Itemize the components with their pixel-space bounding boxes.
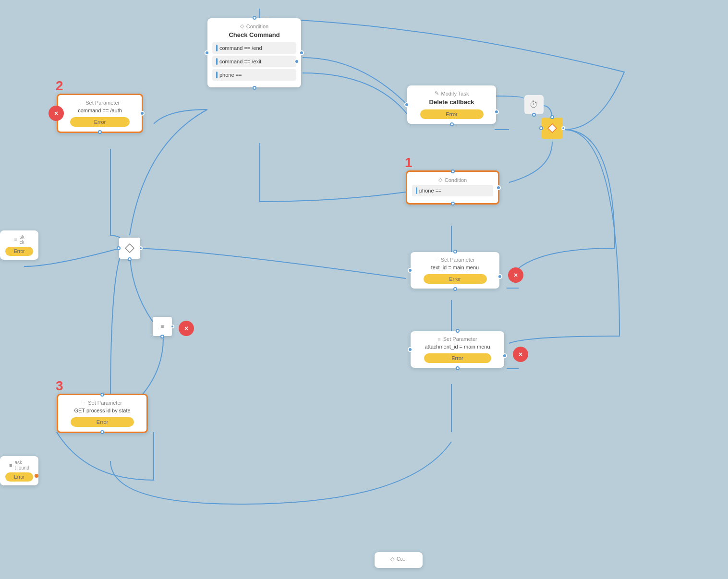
ss-bottom-dot [160, 335, 164, 338]
get-error-badge: Error [71, 417, 133, 427]
get-top-conn [100, 393, 104, 397]
delete-callback-node: ✎ Modify Task Delete callback Error [407, 85, 496, 124]
od-top-dot [550, 115, 554, 119]
check-command-bottom-connector [253, 86, 256, 90]
check-command-header: ◇ Condition [212, 23, 296, 29]
partial-bottom-icon: ≡ [9, 462, 12, 468]
partial-node-bottom-left: ≡ askt found Error [0, 456, 38, 485]
set-param-main-node: ≡ Set Parameter text_id = main menu Erro… [411, 252, 499, 289]
phone-condition-row: phone == [412, 185, 493, 196]
small-set-icon: ≡ [160, 323, 164, 330]
partial-node-left: ≡ skck Error [0, 230, 38, 260]
delete-left-connector [404, 102, 409, 107]
main-bottom-conn [453, 287, 457, 291]
attach-icon: ≡ [437, 336, 440, 342]
condition-icon-check: ◇ [240, 23, 244, 29]
auth-bottom-connector [98, 130, 102, 134]
ss-right-dot [170, 325, 174, 328]
get-bottom-conn [100, 430, 104, 434]
delete-title: Delete callback [412, 98, 491, 106]
auth-param: command == /auth [63, 108, 137, 113]
attach-top-conn [456, 329, 460, 333]
attach-close-button[interactable]: × [513, 347, 528, 362]
check-command-title: Check Command [212, 31, 296, 38]
auth-right-connector [140, 111, 145, 116]
auth-close-button[interactable]: × [49, 106, 64, 121]
set-param-get-node: 3 ≡ Set Parameter GET process id by stat… [57, 394, 148, 433]
diamond-mid-icon [124, 243, 135, 253]
dm-bottom-dot [128, 257, 132, 261]
check-command-top-connector [253, 16, 256, 20]
small-set-mid-node: ≡ [153, 317, 172, 336]
modify-icon: ✎ [435, 90, 439, 96]
svg-marker-5 [125, 244, 134, 253]
phone-top-connector [451, 169, 455, 173]
check-command-cond2: command == /exit [212, 56, 296, 67]
attach-right-conn [502, 353, 507, 358]
main-left-conn [408, 268, 413, 273]
node-3-label: 3 [56, 378, 63, 394]
delete-error-badge: Error [420, 109, 484, 119]
attach-bottom-conn [456, 366, 460, 370]
dm-left-dot [117, 246, 121, 250]
phone-bottom-connector [451, 202, 455, 205]
partial-br-icon: ◇ [390, 556, 394, 562]
partial-dot [35, 474, 38, 478]
attach-error-badge: Error [424, 353, 491, 363]
main-param: text_id = main menu [415, 265, 495, 270]
check-command-node: ◇ Condition Check Command command == /en… [207, 18, 301, 87]
delete-header: ✎ Modify Task [412, 90, 491, 96]
orange-diamond-icon [547, 123, 558, 133]
main-close-button[interactable]: × [508, 267, 523, 283]
clock-bottom [532, 113, 536, 117]
main-error-badge: Error [424, 274, 487, 284]
delete-bottom-connector [450, 122, 454, 126]
partial-error-badge: Error [5, 247, 33, 256]
attach-header: ≡ Set Parameter [415, 336, 499, 342]
main-right-conn [497, 274, 502, 279]
od-right-dot [561, 126, 565, 130]
delete-right-connector [494, 109, 499, 114]
orange-diamond-node [542, 118, 563, 139]
small-set-close-button[interactable]: × [179, 321, 194, 336]
set-param-auth-node: 2 ≡ Set Parameter command == /auth Error… [57, 94, 143, 133]
auth-error-badge: Error [70, 117, 129, 127]
diamond-mid-node [119, 238, 140, 259]
auth-icon: ≡ [80, 100, 83, 106]
node-1-label: 1 [405, 155, 413, 170]
partial-bottom-right: ◇ Co... [375, 552, 423, 568]
partial-icon: ≡ [14, 237, 17, 242]
partial-header-text: skck [20, 234, 24, 245]
condition-phone-node: 1 ◇ Condition phone == [406, 170, 499, 205]
connections-layer [0, 0, 728, 579]
phone-condition-header: ◇ Condition [412, 177, 493, 183]
attach-param: attachment_id = main menu [415, 344, 499, 350]
phone-right-connector [496, 185, 501, 190]
attach-left-conn [408, 347, 413, 352]
svg-marker-4 [548, 124, 557, 133]
get-param: GET process id by state [63, 408, 142, 413]
get-header: ≡ Set Parameter [63, 400, 142, 406]
partial-bottom-text: askt found [14, 460, 29, 470]
dm-right-dot [139, 246, 143, 250]
check-command-left-connector [205, 50, 209, 55]
clock-node: ⏱ [524, 95, 544, 114]
partial-bottom-error: Error [5, 472, 33, 482]
condition-icon-phone: ◇ [438, 177, 442, 183]
main-header: ≡ Set Parameter [415, 257, 495, 263]
auth-header: ≡ Set Parameter [63, 100, 137, 106]
cond2-right-dot [294, 59, 299, 64]
check-command-cond1: command == /end [212, 42, 296, 54]
get-icon: ≡ [83, 400, 85, 406]
main-icon: ≡ [435, 257, 438, 263]
od-left-dot [539, 126, 543, 130]
node-2-label: 2 [56, 78, 63, 94]
check-command-cond3: phone == [212, 69, 296, 81]
set-param-attach-node: ≡ Set Parameter attachment_id = main men… [411, 331, 504, 368]
cond1-right-dot [299, 50, 304, 55]
main-top-conn [453, 250, 457, 253]
clock-icon: ⏱ [530, 100, 538, 110]
